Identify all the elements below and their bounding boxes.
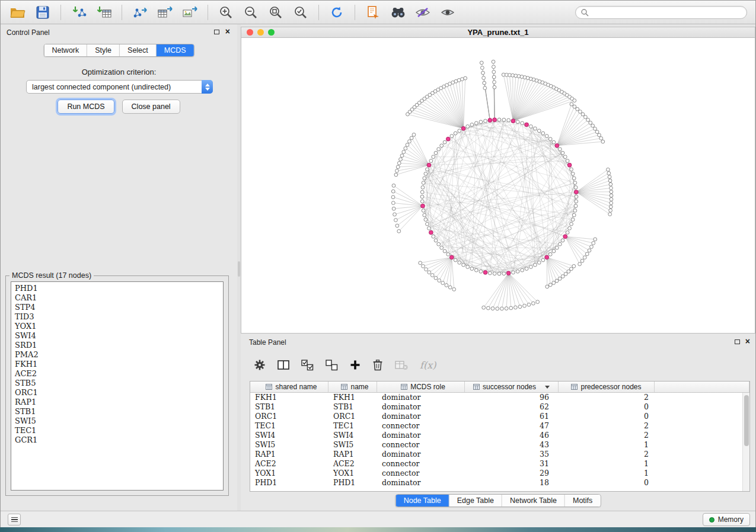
table-row[interactable]: STB1STB1dominator620 [250,402,742,412]
column-settings-button[interactable] [254,359,266,371]
zoom-out-button[interactable] [240,3,262,22]
tab-network[interactable]: Network [44,44,87,56]
deselect-all-rows-button[interactable] [326,360,338,371]
export-network-icon [132,5,148,20]
mcds-list-item[interactable]: FKH1 [15,360,219,369]
create-column-button[interactable] [350,360,361,370]
table-row[interactable]: RAP1RAP1dominator352 [250,450,742,459]
column-label: shared name [275,383,317,391]
network-canvas[interactable] [241,38,755,333]
close-table-panel-icon[interactable]: × [745,336,750,347]
export-network-button[interactable] [129,3,151,22]
zoom-fit-button[interactable] [264,3,287,22]
search-input[interactable] [592,8,742,17]
optimization-criterion-select[interactable]: largest connected component (undirected) [26,80,213,94]
import-table-button[interactable] [92,3,115,22]
float-table-panel-icon[interactable] [735,339,740,344]
mcds-list-item[interactable]: CAR1 [15,293,219,303]
tab-select[interactable]: Select [120,44,157,56]
mcds-list-item[interactable]: SWI5 [15,416,219,426]
control-panel: Control Panel × Network Style Select MCD… [1,24,237,511]
table-row[interactable]: SWI4SWI4dominator462 [250,431,742,440]
search-network-button[interactable] [387,3,409,22]
close-panel-icon[interactable]: × [225,26,230,37]
table-row[interactable]: ORC1ORC1dominator610 [250,412,742,421]
mcds-list-item[interactable]: TEC1 [15,426,219,435]
column-header-mcds-role[interactable]: MCDS role [377,382,465,392]
select-all-icon [301,360,314,371]
table-cell: 35 [465,450,559,459]
mcds-list-item[interactable]: PHD1 [15,284,219,293]
import-network-button[interactable] [68,3,90,22]
table-cell: 0 [559,402,655,412]
tab-mcds[interactable]: MCDS [157,44,194,56]
export-image-button[interactable] [178,3,201,22]
table-cell: 46 [465,431,559,440]
mcds-list-item[interactable]: GCR1 [15,435,219,445]
export-table-button[interactable] [154,3,176,22]
column-header-shared-name[interactable]: shared name [250,382,328,392]
table-row[interactable]: FKH1FKH1dominator962 [250,393,742,402]
search-icon [580,8,589,17]
tab-edge-table[interactable]: Edge Table [449,495,502,507]
delete-column-button[interactable] [372,359,383,371]
tab-motifs[interactable]: Motifs [565,495,600,507]
clone-network-icon [366,5,380,20]
mcds-list-item[interactable]: PMA2 [15,350,219,360]
gear-icon [254,359,266,371]
table-row[interactable]: SWI5SWI5connector431 [250,440,742,450]
tab-node-table[interactable]: Node Table [396,495,449,507]
mcds-list-item[interactable]: STB5 [15,379,219,388]
show-hide-button[interactable] [436,3,459,22]
zoom-in-button[interactable] [215,3,237,22]
column-header-successor-nodes[interactable]: successor nodes [465,382,559,392]
search-box[interactable] [575,6,747,19]
mcds-result-title: MCDS result (17 nodes) [9,271,94,280]
mcds-list-item[interactable]: YOX1 [15,322,219,331]
table-row[interactable]: PHD1PHD1dominator180 [250,478,742,488]
column-header-predecessor-nodes[interactable]: predecessor nodes [559,382,655,392]
table-scrollbar[interactable] [742,393,749,491]
table-cell: connector [377,421,465,431]
table-cell: PHD1 [328,478,377,488]
menu-icon [11,517,18,518]
clone-network-button[interactable] [362,3,384,22]
toggle-graphics-details-button[interactable] [412,3,434,22]
scrollbar-thumb[interactable] [744,395,749,446]
tab-style[interactable]: Style [87,44,120,56]
table-row[interactable]: YOX1YOX1connector291 [250,469,742,478]
show-columns-button[interactable] [277,360,289,370]
table-cell: connector [377,469,465,478]
export-table-icon [157,5,173,20]
network-window-titlebar[interactable]: YPA_prune.txt_1 [241,27,755,38]
table-row[interactable]: ACE2ACE2connector311 [250,459,742,469]
column-label: predecessor nodes [580,383,641,391]
refresh-button[interactable] [326,3,348,22]
control-panel-title: Control Panel [7,28,50,37]
zoom-selected-icon [294,5,308,20]
mcds-list-item[interactable]: STP4 [15,303,219,312]
select-all-rows-button[interactable] [301,360,314,371]
table-row[interactable]: TEC1TEC1connector472 [250,421,742,431]
open-file-button[interactable] [7,3,29,22]
mcds-list-item[interactable]: SWI4 [15,331,219,341]
mcds-list-item[interactable]: ORC1 [15,388,219,398]
mcds-list-item[interactable]: TID3 [15,312,219,322]
tab-network-table[interactable]: Network Table [502,495,565,507]
task-history-button[interactable] [8,514,21,525]
run-mcds-button[interactable]: Run MCDS [58,100,114,114]
save-session-button[interactable] [31,3,54,22]
table-cell: dominator [377,393,465,402]
close-panel-button[interactable]: Close panel [122,100,180,114]
mcds-list-item[interactable]: ACE2 [15,369,219,379]
column-header-name[interactable]: name [328,382,377,392]
memory-button[interactable]: Memory [703,513,750,526]
mcds-result-list[interactable]: PHD1CAR1STP4TID3YOX1SWI4SRD1PMA2FKH1ACE2… [11,281,224,491]
mcds-list-item[interactable]: RAP1 [15,398,219,407]
float-panel-icon[interactable] [214,30,219,34]
mcds-list-item[interactable]: SRD1 [15,341,219,350]
table-cell: dominator [377,478,465,488]
zoom-selected-button[interactable] [289,3,312,22]
main-toolbar [1,1,755,24]
mcds-list-item[interactable]: STB1 [15,407,219,416]
